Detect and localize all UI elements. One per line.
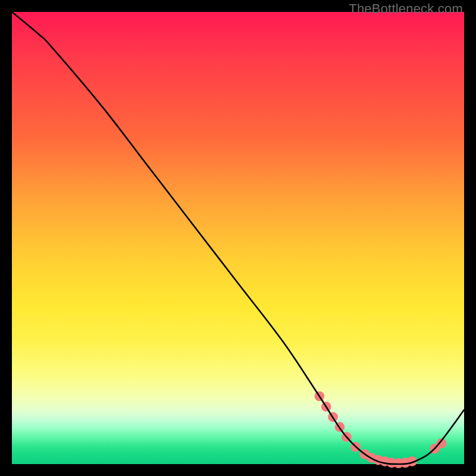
chart-frame: TheBottleneck.com xyxy=(0,0,476,476)
watermark-text: TheBottleneck.com xyxy=(349,1,463,17)
plot-area xyxy=(12,12,464,464)
chart-svg xyxy=(12,12,464,464)
curve-markers xyxy=(314,392,446,468)
curve-line xyxy=(12,12,464,464)
